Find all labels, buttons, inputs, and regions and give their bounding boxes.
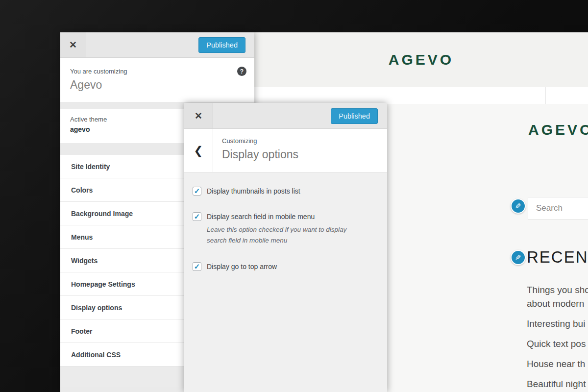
post-link[interactable]: Things you sho about modern: [527, 283, 588, 311]
option-label: Display thumbnails in posts list: [207, 187, 300, 195]
customizer-header: ✕ Published: [60, 32, 254, 58]
screen: AGEVO AGEVO ✎ ✎ RECENT Things you sho ab…: [0, 0, 588, 392]
option-label: Display search field in mobile menu: [207, 213, 315, 220]
search-input[interactable]: [528, 197, 588, 220]
nav-divider: [545, 87, 546, 104]
preview-navbar: [254, 87, 588, 104]
option-display-go-to-top[interactable]: ✓ Display go to top arrow: [193, 262, 379, 271]
close-customizer-button[interactable]: ✕: [184, 103, 213, 128]
theme-title: Agevo: [70, 78, 245, 92]
post-title-line: Things you sho: [527, 283, 588, 297]
post-link[interactable]: Beautiful night: [527, 377, 588, 391]
options-list: ✓ Display thumbnails in posts list ✓ Dis…: [184, 172, 387, 271]
post-link[interactable]: Quick text pos: [527, 337, 588, 351]
chevron-left-icon: ❮: [194, 144, 203, 157]
section-title-block: Customizing Display options: [213, 129, 298, 172]
customizer-info: You are customizing Agevo ?: [60, 58, 254, 102]
section-titlebar: ❮ Customizing Display options: [184, 129, 387, 172]
help-icon[interactable]: ?: [237, 67, 246, 76]
you-are-customizing-label: You are customizing: [70, 68, 245, 75]
edit-recent-posts-shortcut-button[interactable]: ✎: [511, 250, 526, 265]
preview-site-header: AGEVO: [254, 32, 588, 87]
back-button[interactable]: ❮: [184, 129, 213, 172]
site-logo-content[interactable]: AGEVO: [528, 122, 588, 138]
option-description: Leave this option checked if you want to…: [207, 224, 356, 246]
edit-search-shortcut-button[interactable]: ✎: [511, 198, 526, 214]
post-title-line: about modern: [527, 297, 588, 311]
checkbox-checked-icon[interactable]: ✓: [193, 262, 201, 271]
close-icon: ✕: [195, 111, 202, 121]
checkbox-checked-icon[interactable]: ✓: [193, 212, 201, 221]
display-options-header: ✕ Published: [184, 103, 387, 129]
published-button[interactable]: Published: [198, 37, 245, 53]
question-mark: ?: [240, 68, 244, 75]
pencil-icon: ✎: [515, 254, 521, 261]
customizing-label: Customizing: [222, 137, 298, 145]
option-label: Display go to top arrow: [207, 263, 277, 270]
option-display-thumbnails[interactable]: ✓ Display thumbnails in posts list: [193, 187, 379, 196]
close-icon: ✕: [69, 40, 77, 50]
published-button[interactable]: Published: [331, 108, 378, 124]
post-link[interactable]: Interesting bui: [527, 317, 588, 331]
site-logo[interactable]: AGEVO: [389, 51, 454, 68]
recent-posts-list: Things you sho about modern Interesting …: [527, 283, 588, 392]
display-options-panel: ✕ Published ❮ Customizing Display option…: [184, 103, 387, 392]
close-customizer-button[interactable]: ✕: [60, 32, 86, 57]
recent-posts-heading: RECENT: [527, 248, 588, 267]
pencil-icon: ✎: [515, 202, 521, 210]
option-display-search-field[interactable]: ✓ Display search field in mobile menu: [193, 212, 379, 221]
section-title: Display options: [222, 148, 298, 161]
post-link[interactable]: House near th: [527, 357, 588, 371]
checkbox-checked-icon[interactable]: ✓: [193, 187, 201, 196]
